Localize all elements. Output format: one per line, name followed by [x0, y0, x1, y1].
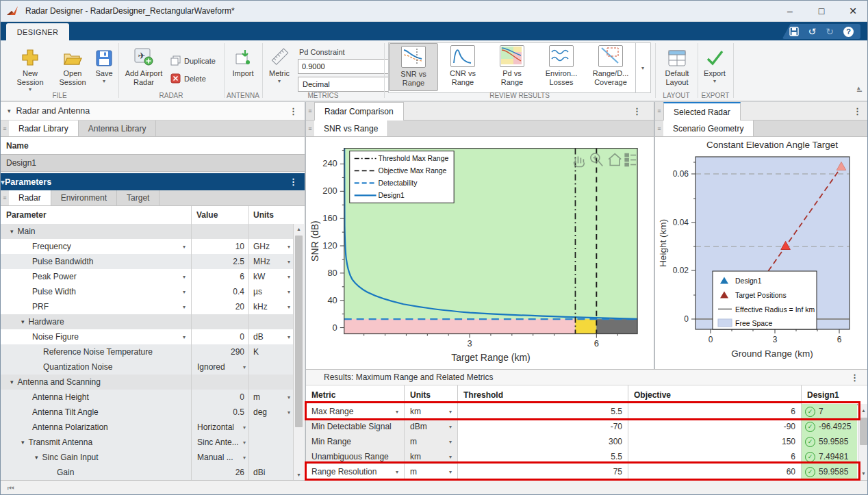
new-session-button[interactable]: New Session▾	[9, 43, 51, 92]
param-name[interactable]: Noise Figure▾	[1, 329, 191, 344]
drag-grip-icon[interactable]: ≡	[1, 190, 9, 205]
param-value[interactable]: 2.5	[191, 254, 248, 269]
gallery-item-pd-vs-range[interactable]: Pd vsRange	[487, 43, 537, 91]
tab-antenna-library[interactable]: Antenna Library	[79, 120, 157, 136]
metric-cell[interactable]: Min Detectable Signal	[306, 419, 404, 434]
save-button[interactable]: Save▾	[92, 43, 116, 84]
default-layout-button[interactable]: Default Layout	[659, 43, 695, 86]
close-button[interactable]: ✕	[837, 1, 868, 21]
metric-cell[interactable]: Max Range▾	[306, 404, 404, 419]
open-session-button[interactable]: Open Session	[53, 43, 92, 86]
threshold-cell[interactable]: 5.5	[457, 449, 628, 464]
param-value[interactable]: 0	[191, 329, 248, 344]
threshold-cell[interactable]: 75	[457, 464, 628, 479]
parameters-scrollbar[interactable]: ▲ ▼	[293, 224, 304, 480]
metric-cell[interactable]: Range Resolution▾	[306, 464, 404, 479]
minimize-button[interactable]: –	[774, 1, 806, 21]
param-name[interactable]: Antenna Height	[1, 390, 191, 405]
param-group-row[interactable]: ▾Transmit Antenna Sinc Ante...▾	[1, 435, 293, 450]
param-value[interactable]: Manual ...▾	[191, 450, 248, 465]
param-name[interactable]: Reference Noise Temperature	[1, 344, 191, 359]
units-cell[interactable]: m▾	[404, 434, 457, 449]
duplicate-button[interactable]: Duplicate	[170, 55, 216, 66]
kebab-menu-icon[interactable]: ⋮	[289, 106, 298, 116]
param-name[interactable]: Pulse Width▾	[1, 284, 191, 299]
param-value[interactable]: 0.5	[191, 405, 248, 420]
collapse-panel-icon[interactable]: ▾	[8, 107, 11, 114]
param-units[interactable]: dB▾	[248, 329, 293, 344]
kebab-menu-icon[interactable]: ⋮	[289, 177, 298, 187]
gallery-item-environment-losses[interactable]: Environ...Losses	[537, 43, 586, 91]
tab-radar-library[interactable]: Radar Library	[9, 120, 79, 136]
param-units[interactable]: dBi	[248, 465, 293, 480]
param-units[interactable]: µs▾	[248, 284, 293, 299]
objective-cell[interactable]: 60	[628, 464, 801, 479]
units-cell[interactable]: km▾	[404, 449, 457, 464]
save-icon[interactable]	[789, 27, 799, 36]
drag-grip-icon[interactable]: ≡	[655, 102, 663, 120]
tab-snr-vs-range[interactable]: SNR vs Range	[314, 120, 388, 136]
export-button[interactable]: Export▾	[700, 43, 729, 84]
scrollbar-thumb[interactable]	[860, 418, 867, 445]
help-icon[interactable]: ?	[843, 27, 854, 37]
tab-target[interactable]: Target	[117, 190, 159, 205]
param-units[interactable]: m▾	[248, 390, 293, 405]
metric-cell[interactable]: Unambiguous Range	[306, 449, 404, 464]
undo-icon[interactable]: ↺	[808, 27, 817, 36]
scrollbar-thumb[interactable]	[295, 236, 303, 427]
param-name[interactable]: Frequency▾	[1, 239, 191, 254]
tab-selected-radar[interactable]: Selected Radar	[663, 102, 741, 121]
param-name[interactable]: PRF▾	[1, 299, 191, 314]
param-group-row[interactable]: ▾Main	[1, 224, 293, 240]
scroll-down-icon[interactable]: ▼	[294, 472, 304, 477]
param-value[interactable]: 10	[191, 239, 248, 254]
param-value[interactable]: 0.4	[191, 284, 248, 299]
gallery-item-snr-vs-range[interactable]: SNR vsRange	[389, 43, 438, 91]
metric-button[interactable]: Metric▾	[265, 43, 294, 84]
param-units[interactable]: MHz▾	[248, 254, 293, 269]
param-value[interactable]: 26	[191, 465, 248, 480]
gallery-item-cnr-vs-range[interactable]: CNR vsRange	[438, 43, 487, 91]
units-cell[interactable]: dBm▾	[404, 419, 457, 434]
param-value[interactable]: 290	[191, 344, 248, 359]
drag-grip-icon[interactable]: ≡	[306, 102, 314, 120]
param-group-row[interactable]: ▾Sinc Gain Input Manual ...▾	[1, 450, 293, 466]
results-scrollbar[interactable]: ▲ ▼	[858, 404, 868, 480]
param-name[interactable]: Gain	[1, 465, 191, 480]
design-row[interactable]: Design1	[1, 155, 305, 172]
kebab-menu-icon[interactable]: ⋮	[633, 106, 641, 116]
drag-grip-icon[interactable]: ≡	[306, 120, 314, 136]
objective-cell[interactable]: 150	[628, 434, 801, 449]
snr-vs-range-chart[interactable]: 0 40 80 120 160 200 240 3 6 Target Range…	[306, 137, 654, 369]
param-name[interactable]: Pulse Bandwidth	[1, 254, 191, 269]
objective-cell[interactable]: -90	[628, 419, 801, 434]
add-airport-radar-button[interactable]: ✈ Add Airport Radar	[123, 43, 165, 86]
param-group-row[interactable]: ▾Hardware	[1, 314, 293, 330]
maximize-button[interactable]: □	[806, 1, 837, 21]
collapse-ribbon-icon[interactable]: ▴▔	[857, 84, 862, 98]
param-units[interactable]: K	[248, 344, 293, 359]
param-name[interactable]: Quantization Noise	[1, 359, 191, 375]
skip-to-start-icon[interactable]: ⏮	[8, 484, 14, 493]
param-units[interactable]: kHz▾	[248, 299, 293, 314]
tab-radar[interactable]: Radar	[9, 190, 51, 205]
objective-cell[interactable]: 6	[628, 449, 801, 464]
param-group-row[interactable]: ▾Antenna and Scanning	[1, 375, 293, 390]
threshold-cell[interactable]: 5.5	[457, 404, 628, 419]
gallery-dropdown-button[interactable]: ▾	[635, 43, 650, 92]
scenario-geometry-chart[interactable]: Constant Elevation Angle Target 0	[655, 137, 868, 369]
redo-icon[interactable]: ↻	[826, 27, 834, 36]
tab-designer[interactable]: DESIGNER	[6, 23, 69, 40]
import-button[interactable]: Import	[227, 43, 259, 78]
kebab-menu-icon[interactable]: ⋮	[853, 106, 862, 116]
delete-button[interactable]: Delete	[170, 73, 206, 84]
scroll-down-icon[interactable]: ▼	[858, 471, 868, 476]
threshold-cell[interactable]: 300	[457, 434, 628, 449]
metric-cell[interactable]: Min Range	[306, 434, 404, 449]
param-units[interactable]: GHz▾	[248, 239, 293, 254]
drag-grip-icon[interactable]: ≡	[655, 120, 663, 136]
param-units[interactable]: deg▾	[248, 405, 293, 420]
drag-grip-icon[interactable]: ≡	[1, 120, 9, 136]
scroll-up-icon[interactable]: ▲	[858, 408, 868, 413]
units-cell[interactable]: km▾	[404, 404, 457, 419]
